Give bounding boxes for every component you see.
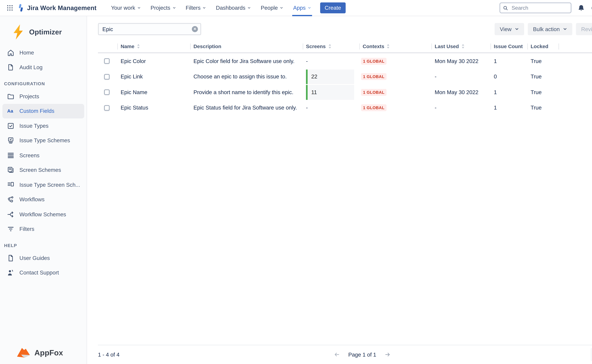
sort-arrows-icon bbox=[462, 44, 464, 48]
filter-input[interactable] bbox=[98, 23, 201, 35]
column-header-screens[interactable]: Screens bbox=[303, 40, 359, 52]
previous-page-icon[interactable] bbox=[334, 351, 340, 358]
sidebar-nav: HomeAudit LogCONFIGURATIONProjectsAaCust… bbox=[0, 45, 87, 280]
sidebar-item-label: Workflow Schemes bbox=[20, 211, 66, 217]
cell-description: Provide a short name to identify this ep… bbox=[190, 89, 303, 95]
bulk-action-button[interactable]: Bulk action bbox=[528, 23, 572, 35]
notifications-icon[interactable] bbox=[578, 4, 585, 12]
table-row-epic-status[interactable]: Epic StatusEpic Status field for Jira So… bbox=[98, 100, 592, 116]
cell-screens: 11 bbox=[303, 84, 359, 100]
page-indicator: Page 1 of 1 bbox=[348, 351, 376, 358]
cell-name: Epic Link bbox=[117, 74, 190, 80]
context-badge: 1 GLOBAL bbox=[361, 58, 386, 65]
issue-type-schemes-icon bbox=[6, 137, 15, 144]
help-icon[interactable]: ? bbox=[591, 4, 592, 12]
sidebar-item-label: User Guides bbox=[20, 255, 50, 261]
sidebar-item-user-guides[interactable]: User Guides bbox=[2, 251, 84, 265]
issue-types-icon bbox=[6, 122, 15, 130]
column-header-contexts[interactable]: Contexts bbox=[359, 40, 431, 52]
sort-arrows-icon bbox=[329, 44, 331, 48]
column-header-issue-count: Issue Count bbox=[491, 40, 527, 52]
sidebar-section-heading: HELP bbox=[4, 243, 87, 248]
nav-item-your-work[interactable]: Your work bbox=[106, 0, 146, 16]
column-header-last-used[interactable]: Last Used bbox=[431, 40, 491, 52]
table-footer: 1 - 4 of 4 Page 1 of 1 Export bbox=[98, 344, 592, 364]
sidebar-item-workflows[interactable]: Workflows bbox=[2, 192, 84, 207]
nav-item-projects[interactable]: Projects bbox=[146, 0, 181, 16]
app-window: Jira Work Management Your workProjectsFi… bbox=[0, 0, 592, 364]
bulk-action-button-label: Bulk action bbox=[533, 26, 560, 32]
create-button[interactable]: Create bbox=[320, 2, 345, 13]
chevron-down-icon bbox=[563, 27, 567, 31]
nav-item-apps[interactable]: Apps bbox=[288, 0, 316, 16]
column-header-checkbox bbox=[98, 40, 117, 52]
product-title: Jira Work Management bbox=[27, 4, 96, 12]
row-checkbox[interactable] bbox=[104, 105, 110, 111]
sidebar-item-workflow-schemes[interactable]: Workflow Schemes bbox=[2, 207, 84, 222]
cell-last-used: - bbox=[431, 74, 491, 80]
row-checkbox[interactable] bbox=[104, 89, 110, 95]
view-button[interactable]: View bbox=[495, 23, 524, 35]
clear-filter-icon[interactable]: ✕ bbox=[192, 26, 198, 32]
sidebar-item-issue-types[interactable]: Issue Types bbox=[2, 118, 84, 133]
sidebar-item-label: Issue Type Screen Sch... bbox=[20, 182, 80, 188]
sidebar-item-label: Workflows bbox=[20, 196, 45, 202]
export-button[interactable]: Export bbox=[591, 348, 592, 361]
cell-checkbox bbox=[98, 69, 117, 84]
cell-locked: True bbox=[527, 74, 558, 80]
column-header-name[interactable]: Name bbox=[117, 40, 190, 52]
table-header-row: NameDescriptionScreensContextsLast UsedI… bbox=[98, 40, 592, 53]
review-changes-button[interactable]: Review changes bbox=[576, 23, 592, 35]
app-switcher-icon[interactable] bbox=[4, 2, 15, 13]
next-page-icon[interactable] bbox=[384, 351, 391, 358]
sidebar-item-audit-log[interactable]: Audit Log bbox=[2, 60, 84, 75]
sidebar-item-screens[interactable]: Screens bbox=[2, 148, 84, 163]
cell-screens: 22 bbox=[303, 69, 359, 84]
sidebar-item-custom-fields[interactable]: AaCustom Fields bbox=[2, 104, 84, 118]
table-row-epic-color[interactable]: Epic ColorEpic Color field for Jira Soft… bbox=[98, 53, 592, 69]
sidebar-item-contact-support[interactable]: Contact Support bbox=[2, 265, 84, 280]
column-header-label: Last Used bbox=[435, 43, 459, 49]
nav-item-label: Filters bbox=[186, 5, 201, 11]
global-search-input[interactable] bbox=[499, 2, 572, 13]
screens-count-chip: 11 bbox=[306, 85, 354, 100]
home-icon bbox=[6, 49, 15, 57]
column-header-locked: Locked bbox=[527, 40, 558, 52]
lightning-bolt-icon bbox=[12, 23, 24, 40]
workflows-icon bbox=[6, 196, 15, 203]
row-checkbox[interactable] bbox=[104, 74, 110, 80]
row-checkbox[interactable] bbox=[104, 58, 110, 64]
table-row-epic-name[interactable]: Epic NameProvide a short name to identif… bbox=[98, 84, 592, 100]
chevron-down-icon bbox=[308, 6, 311, 10]
chevron-down-icon bbox=[248, 6, 251, 10]
sidebar-item-projects[interactable]: Projects bbox=[2, 89, 84, 104]
sidebar-item-screen-schemes[interactable]: Screen Schemes bbox=[2, 163, 84, 177]
fox-logo-icon bbox=[16, 347, 32, 359]
sidebar-item-issue-type-screen-sch[interactable]: Issue Type Screen Sch... bbox=[2, 177, 84, 192]
pagination: Page 1 of 1 bbox=[334, 351, 391, 358]
table-row-epic-link[interactable]: Epic LinkChoose an epic to assign this i… bbox=[98, 69, 592, 84]
sidebar-item-filters[interactable]: Filters bbox=[2, 222, 84, 236]
primary-nav: Your workProjectsFiltersDashboardsPeople… bbox=[106, 0, 316, 16]
toolbar-actions: View Bulk action Review changes bbox=[495, 23, 592, 35]
sidebar-item-home[interactable]: Home bbox=[2, 45, 84, 60]
cell-issue-count: 0 bbox=[491, 74, 527, 80]
optimizer-sidebar: Optimizer HomeAudit LogCONFIGURATIONProj… bbox=[0, 16, 87, 364]
field-filter: ✕ bbox=[98, 23, 201, 35]
cell-checkbox bbox=[98, 53, 117, 69]
toolbar: ✕ View Bulk action Review changes bbox=[98, 23, 592, 35]
nav-item-people[interactable]: People bbox=[256, 0, 288, 16]
cell-contexts: 1 GLOBAL bbox=[359, 84, 431, 100]
nav-item-dashboards[interactable]: Dashboards bbox=[211, 0, 256, 16]
sidebar-item-issue-type-schemes[interactable]: Issue Type Schemes bbox=[2, 133, 84, 148]
column-header-description: Description bbox=[190, 40, 303, 52]
jira-logo[interactable]: Jira Work Management bbox=[17, 4, 96, 12]
sidebar-item-label: Home bbox=[20, 50, 34, 56]
results-range-label: 1 - 4 of 4 bbox=[98, 351, 120, 358]
cell-name: Epic Status bbox=[117, 105, 190, 111]
cell-issue-count: 1 bbox=[491, 89, 527, 95]
cell-screens: - bbox=[303, 58, 359, 64]
cell-checkbox bbox=[98, 100, 117, 116]
nav-item-filters[interactable]: Filters bbox=[181, 0, 211, 16]
app-title: Optimizer bbox=[29, 28, 62, 36]
